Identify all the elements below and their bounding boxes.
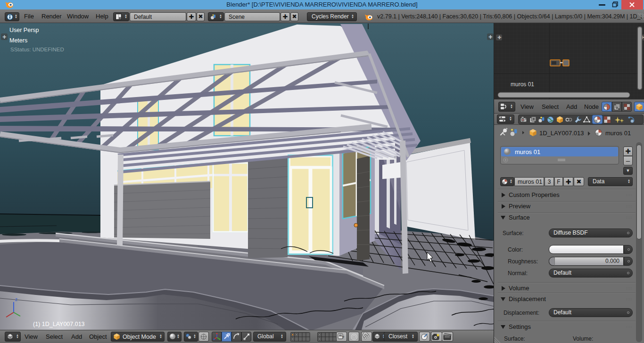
- svg-text:✚: ✚: [2, 34, 6, 40]
- svg-text:✚: ✚: [488, 34, 492, 40]
- svg-text:z: z: [15, 297, 17, 302]
- svg-text:?: ?: [342, 335, 344, 340]
- svg-text:User Persp: User Persp: [9, 27, 39, 33]
- svg-text:muros 01: muros 01: [511, 81, 534, 88]
- svg-text:Meters: Meters: [9, 37, 27, 44]
- svg-text:(1) 1D_LAY007.013: (1) 1D_LAY007.013: [33, 321, 85, 327]
- svg-text:✚: ✚: [497, 35, 501, 40]
- svg-text:SStatus: UNDEFINED: SStatus: UNDEFINED: [10, 47, 64, 52]
